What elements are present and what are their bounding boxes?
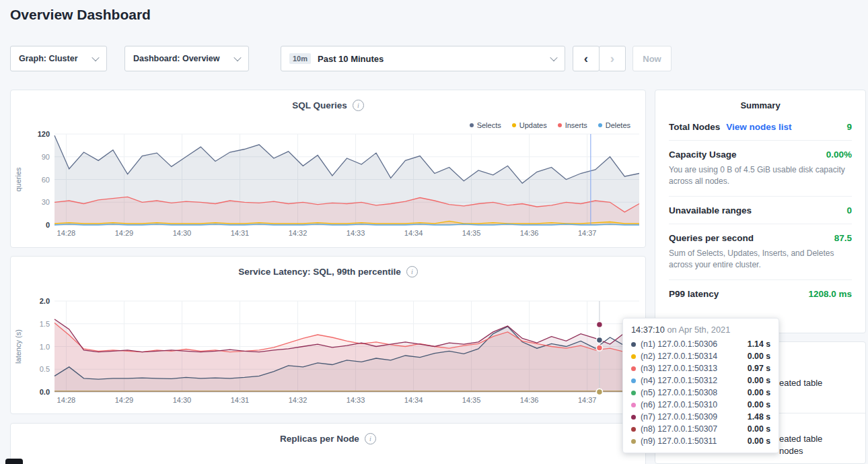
svg-text:14:32: 14:32 [289,396,308,404]
summary-row-total-nodes: Total Nodes View nodes list 9 [669,113,852,141]
svg-text:90: 90 [42,153,50,161]
node-color-dot [631,366,636,371]
legend-dot [558,123,562,127]
node-color-dot [631,378,636,383]
replicas-per-node-panel: Replicas per Node i [10,423,646,464]
svg-text:120: 120 [38,130,50,138]
chevron-down-icon [92,54,99,61]
time-next-button[interactable]: › [599,46,626,71]
svg-text:14:33: 14:33 [347,229,365,237]
event-text-fragment: eated table [779,434,822,444]
legend-dot [512,123,516,127]
tooltip-date: on Apr 5th, 2021 [667,325,730,335]
legend-dot [598,123,602,127]
node-color-dot [631,427,636,432]
svg-text:2.0: 2.0 [40,297,50,305]
tooltip-row-n5: (n5) 127.0.0.1:50308 0.00 s [631,387,770,399]
summary-panel: Summary Total Nodes View nodes list 9 Ca… [655,90,866,333]
svg-text:latency (s): latency (s) [14,329,22,364]
tooltip-time: 14:37:10 [631,325,665,335]
replicas-title-row: Replicas per Node i [11,433,645,444]
chevron-down-icon [550,54,557,61]
time-range-label: Past 10 Minutes [318,54,384,64]
info-icon[interactable]: i [365,433,376,444]
capacity-usage-description: You are using 0 B of 4.5 GiB usable disk… [669,164,852,188]
latency-hover-tooltip: 14:37:10 on Apr 5th, 2021 (n1) 127.0.0.1… [622,318,779,453]
info-icon[interactable]: i [406,266,418,277]
svg-text:14:35: 14:35 [462,229,481,237]
svg-text:14:34: 14:34 [404,396,423,404]
event-text-fragment: nodes [779,446,803,456]
unavailable-ranges-value: 0 [846,205,852,216]
chart-title: Replicas per Node [280,434,359,444]
sql-queries-panel: SQL Queries i Selects Updates Inserts De… [10,90,646,248]
node-color-dot [631,403,636,407]
dashboard-dropdown[interactable]: Dashboard: Overview [124,46,249,71]
time-range-picker[interactable]: 10m Past 10 Minutes [281,46,565,71]
svg-text:1.0: 1.0 [40,343,50,351]
summary-row-p99-latency: P99 latency 1208.0 ms [669,280,852,307]
svg-text:14:28: 14:28 [57,229,76,237]
tooltip-row-n9: (n9) 127.0.0.1:50311 0.00 s [631,435,770,447]
summary-row-queries-per-second: Queries per second 87.5 Sum of Selects, … [669,224,852,280]
svg-text:14:31: 14:31 [231,229,250,237]
service-latency-panel: Service Latency: SQL, 99th percentile i … [10,256,646,414]
svg-text:14:30: 14:30 [173,396,192,404]
chart-title: SQL Queries [292,100,347,110]
tooltip-row-n2: (n2) 127.0.0.1:50314 0.00 s [631,350,770,362]
summary-row-unavailable-ranges: Unavailable ranges 0 [669,197,852,224]
svg-text:14:36: 14:36 [520,229,539,237]
chevron-right-icon: › [610,51,614,66]
chevron-left-icon: ‹ [584,51,588,66]
view-nodes-list-link[interactable]: View nodes list [726,122,791,132]
capacity-usage-value: 0.00% [826,150,852,160]
svg-text:queries: queries [14,167,22,192]
tooltip-row-n3: (n3) 127.0.0.1:50313 0.97 s [631,362,770,374]
svg-text:14:36: 14:36 [520,396,539,404]
node-color-dot [631,354,636,359]
now-button[interactable]: Now [632,46,672,71]
svg-text:14:37: 14:37 [578,229,597,237]
tooltip-row-n7: (n7) 127.0.0.1:50309 1.48 s [631,411,770,423]
time-prev-button[interactable]: ‹ [573,46,600,71]
node-color-dot [631,342,636,347]
service-latency-title-row: Service Latency: SQL, 99th percentile i [11,266,645,277]
dashboard-dropdown-label: Dashboard: Overview [133,54,220,63]
svg-text:14:35: 14:35 [462,396,481,404]
svg-text:0.0: 0.0 [40,388,50,396]
tooltip-row-n4: (n4) 127.0.0.1:50312 0.00 s [631,374,770,387]
svg-text:14:34: 14:34 [404,229,423,237]
node-color-dot [631,391,636,395]
svg-text:14:32: 14:32 [289,229,308,237]
toolbar: Graph: Cluster Dashboard: Overview 10m P… [10,46,868,71]
node-color-dot [631,415,636,420]
svg-text:0: 0 [46,221,50,229]
summary-body: Total Nodes View nodes list 9 Capacity U… [655,113,865,307]
tooltip-row-n6: (n6) 127.0.0.1:50310 0.00 s [631,399,770,411]
queries-per-second-value: 87.5 [834,233,852,243]
svg-text:14:37: 14:37 [578,396,597,404]
svg-text:1.5: 1.5 [40,320,50,328]
info-icon[interactable]: i [353,100,364,111]
svg-text:0.5: 0.5 [40,365,50,373]
page-title: Overview Dashboard [10,7,151,23]
svg-text:60: 60 [42,176,50,184]
svg-text:30: 30 [42,198,50,206]
overview-dashboard-page: Overview Dashboard Graph: Cluster Dashbo… [0,0,868,464]
tooltip-row-n8: (n8) 127.0.0.1:50307 0.00 s [631,423,770,435]
service-latency-chart[interactable]: 14:2814:2914:3014:3114:3214:3314:3414:35… [11,296,645,409]
graph-dropdown[interactable]: Graph: Cluster [10,46,107,71]
tooltip-header: 14:37:10 on Apr 5th, 2021 [631,325,770,335]
legend-dot [470,123,474,127]
total-nodes-value: 9 [846,122,852,132]
chart-title: Service Latency: SQL, 99th percentile [238,267,401,277]
summary-title: Summary [655,100,865,110]
sql-queries-chart[interactable]: 14:2814:2914:3014:3114:3214:3314:3414:35… [11,129,645,242]
node-color-dot [631,439,636,444]
tooltip-row-n1: (n1) 127.0.0.1:50306 1.14 s [631,338,770,350]
debug-chip[interactable] [5,459,23,464]
event-text-fragment: eated table [779,378,822,388]
time-range-badge: 10m [289,53,311,64]
p99-latency-value: 1208.0 ms [808,289,852,299]
svg-text:14:33: 14:33 [347,396,365,404]
